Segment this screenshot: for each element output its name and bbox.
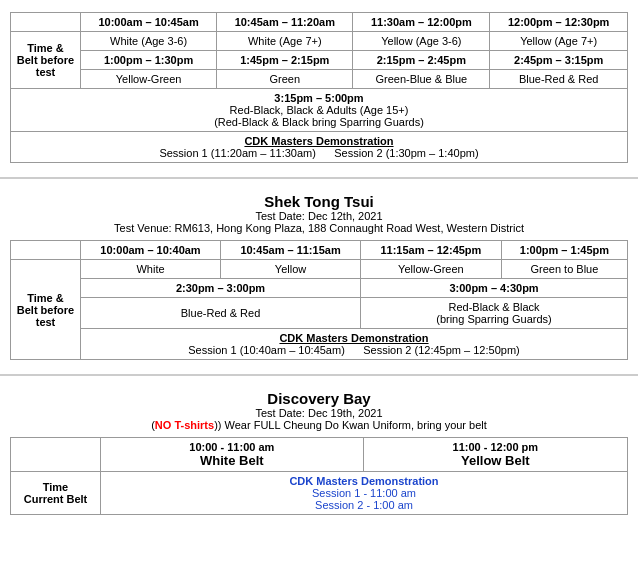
s3-header2: 11:00 - 12:00 pm Yellow Belt [363, 438, 627, 472]
section3-table: 10:00 - 11:00 am White Belt 11:00 - 12:0… [10, 437, 628, 515]
cdk-row: CDK Masters Demonstration Session 1 (11:… [11, 132, 628, 163]
belt-bluered: Blue-Red & Red [490, 70, 628, 89]
s2-belt-white: White [81, 260, 221, 279]
belt-green: Green [217, 70, 353, 89]
belt-yellow-7: Yellow (Age 7+) [490, 32, 628, 51]
empty-cell [11, 13, 81, 32]
s2-belt-yg: Yellow-Green [361, 260, 502, 279]
s2-time-slot1: 2:30pm – 3:00pm [81, 279, 361, 298]
table-row: Yellow-Green Green Green-Blue & Blue Blu… [11, 70, 628, 89]
table-row: Time &Belt beforetest White (Age 3-6) Wh… [11, 32, 628, 51]
divider1 [0, 177, 638, 179]
s3-cdk-row: CDK Masters Demonstration Session 1 - 11… [101, 472, 628, 515]
s2-time4: 1:00pm – 1:45pm [501, 241, 627, 260]
merged-time: 3:15pm – 5:00pm [274, 92, 363, 104]
table-row: 2:30pm – 3:00pm 3:00pm – 4:30pm [11, 279, 628, 298]
belt-white-36: White (Age 3-6) [81, 32, 217, 51]
s2-belt-gtb: Green to Blue [501, 260, 627, 279]
table-row: 1:00pm – 1:30pm 1:45pm – 2:15pm 2:15pm –… [11, 51, 628, 70]
empty-cell [11, 241, 81, 260]
time-slot-215: 2:15pm – 2:45pm [353, 51, 490, 70]
cdk-s2: Session 2 (1:30pm – 1:40pm) [334, 147, 478, 159]
merged-belt2: (Red-Black & Black bring Sparring Guards… [214, 116, 424, 128]
time-slot-1pm: 1:00pm – 1:30pm [81, 51, 217, 70]
s2-cdk-row: CDK Masters Demonstration Session 1 (10:… [81, 329, 628, 360]
section3-date: Test Date: Dec 19th, 2021 [10, 407, 628, 419]
s3-cdk-s2: Session 2 - 1:00 am [315, 499, 413, 511]
table-row: 10:00am – 10:40am 10:45am – 11:15am 11:1… [11, 241, 628, 260]
table-row: CDK Masters Demonstration Session 1 (10:… [11, 329, 628, 360]
s3-belt1: White Belt [200, 453, 264, 468]
s3-time1: 10:00 - 11:00 am [189, 441, 274, 453]
section2: Shek Tong Tsui Test Date: Dec 12th, 2021… [0, 185, 638, 368]
section2-title: Shek Tong Tsui [10, 193, 628, 210]
time-col3: 11:30am – 12:00pm [353, 13, 490, 32]
s3-belt2: Yellow Belt [461, 453, 530, 468]
table-row: 3:15pm – 5:00pm Red-Black, Black & Adult… [11, 89, 628, 132]
merged-time-slot: 3:15pm – 5:00pm Red-Black, Black & Adult… [11, 89, 628, 132]
s2-cdk-s2: Session 2 (12:45pm – 12:50pm) [363, 344, 520, 356]
belt-white-7: White (Age 7+) [217, 32, 353, 51]
merged-belt1: Red-Black, Black & Adults (Age 15+) [230, 104, 409, 116]
s2-time3: 11:15am – 12:45pm [361, 241, 502, 260]
s3-time2: 11:00 - 12:00 pm [453, 441, 539, 453]
cdk-s1: Session 1 (11:20am – 11:30am) [159, 147, 316, 159]
no-tshirts: NO T-shirts [155, 419, 214, 431]
s2-belt-yellow: Yellow [221, 260, 361, 279]
belt-gbblue: Green-Blue & Blue [353, 70, 490, 89]
section2-venue: Test Venue: RM613, Hong Kong Plaza, 188 … [10, 222, 628, 234]
table-row: Time &Belt beforetest White Yellow Yello… [11, 260, 628, 279]
time-belt-label: Time &Belt beforetest [11, 32, 81, 89]
s3-cdk-s1: Session 1 - 11:00 am [312, 487, 416, 499]
section1-table: 10:00am – 10:45am 10:45am – 11:20am 11:3… [10, 12, 628, 163]
divider2 [0, 374, 638, 376]
s2-belt-rb: Red-Black & Black (bring Sparring Guards… [361, 298, 628, 329]
s3-time-belt-label: Time Current Belt [11, 472, 101, 515]
s2-time1: 10:00am – 10:40am [81, 241, 221, 260]
section3: Discovery Bay Test Date: Dec 19th, 2021 … [0, 382, 638, 523]
s2-time2: 10:45am – 11:15am [221, 241, 361, 260]
time-col2: 10:45am – 11:20am [217, 13, 353, 32]
s2-cdk-s1: Session 1 (10:40am – 10:45am) [188, 344, 345, 356]
table-row: CDK Masters Demonstration Session 1 (11:… [11, 132, 628, 163]
s3-cdk-label: CDK Masters Demonstration [289, 475, 438, 487]
section2-table: 10:00am – 10:40am 10:45am – 11:15am 11:1… [10, 240, 628, 360]
time-slot-245: 2:45pm – 3:15pm [490, 51, 628, 70]
table-row: Time Current Belt CDK Masters Demonstrat… [11, 472, 628, 515]
table-row: 10:00am – 10:45am 10:45am – 11:20am 11:3… [11, 13, 628, 32]
note-text: ) Wear FULL Cheung Do Kwan Uniform, brin… [218, 419, 487, 431]
table-row: 10:00 - 11:00 am White Belt 11:00 - 12:0… [11, 438, 628, 472]
time-slot-145: 1:45pm – 2:15pm [217, 51, 353, 70]
section2-date: Test Date: Dec 12th, 2021 [10, 210, 628, 222]
time-col1: 10:00am – 10:45am [81, 13, 217, 32]
belt-yellow-36: Yellow (Age 3-6) [353, 32, 490, 51]
s2-time-belt-label: Time &Belt beforetest [11, 260, 81, 360]
s2-cdk-label: CDK Masters Demonstration [279, 332, 428, 344]
section3-note: (NO T-shirts)) Wear FULL Cheung Do Kwan … [10, 419, 628, 431]
s3-header1: 10:00 - 11:00 am White Belt [101, 438, 364, 472]
belt-yg: Yellow-Green [81, 70, 217, 89]
table-row: Blue-Red & Red Red-Black & Black (bring … [11, 298, 628, 329]
cdk-label: CDK Masters Demonstration [244, 135, 393, 147]
empty-cell [11, 438, 101, 472]
section1: 10:00am – 10:45am 10:45am – 11:20am 11:3… [0, 0, 638, 171]
time-col4: 12:00pm – 12:30pm [490, 13, 628, 32]
section3-title: Discovery Bay [10, 390, 628, 407]
s2-belt-br: Blue-Red & Red [81, 298, 361, 329]
s2-time-slot2: 3:00pm – 4:30pm [361, 279, 628, 298]
